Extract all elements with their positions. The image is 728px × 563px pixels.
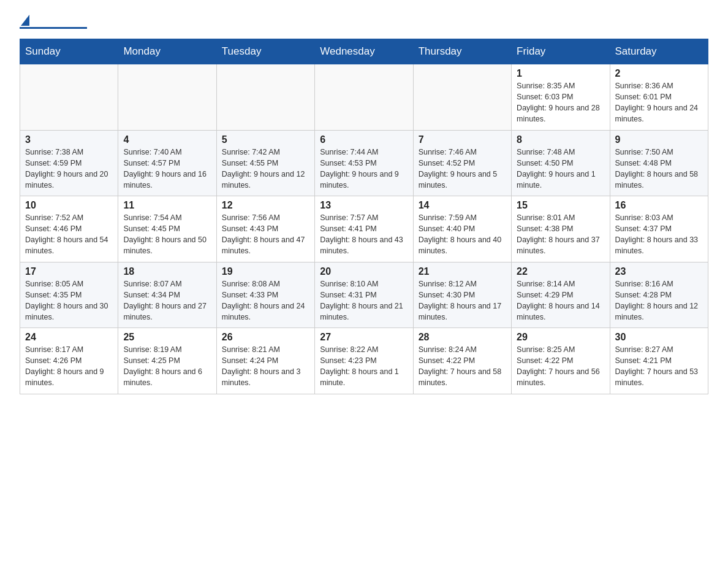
day-info: Sunrise: 8:16 AM Sunset: 4:28 PM Dayligh… [615, 278, 703, 323]
day-info: Sunrise: 7:57 AM Sunset: 4:41 PM Dayligh… [320, 212, 408, 257]
day-info: Sunrise: 7:48 AM Sunset: 4:50 PM Dayligh… [517, 147, 604, 191]
calendar-cell: 5Sunrise: 7:42 AM Sunset: 4:55 PM Daylig… [216, 130, 314, 196]
day-number: 4 [123, 134, 211, 145]
weekday-header-wednesday: Wednesday [315, 39, 413, 64]
calendar-cell [20, 64, 118, 131]
day-info: Sunrise: 7:46 AM Sunset: 4:52 PM Dayligh… [419, 147, 506, 191]
day-number: 30 [615, 332, 703, 343]
day-number: 20 [320, 266, 408, 277]
calendar-cell: 7Sunrise: 7:46 AM Sunset: 4:52 PM Daylig… [413, 130, 511, 196]
day-number: 1 [517, 68, 604, 79]
calendar-cell: 24Sunrise: 8:17 AM Sunset: 4:26 PM Dayli… [20, 328, 118, 394]
day-info: Sunrise: 8:14 AM Sunset: 4:29 PM Dayligh… [517, 278, 604, 323]
day-info: Sunrise: 8:35 AM Sunset: 6:03 PM Dayligh… [517, 80, 604, 125]
day-info: Sunrise: 7:44 AM Sunset: 4:53 PM Dayligh… [320, 147, 408, 191]
logo-underline [20, 27, 87, 29]
day-number: 26 [222, 332, 309, 343]
day-number: 29 [517, 332, 604, 343]
weekday-header-tuesday: Tuesday [216, 39, 314, 64]
day-info: Sunrise: 7:54 AM Sunset: 4:45 PM Dayligh… [123, 212, 211, 257]
day-number: 10 [25, 200, 113, 211]
calendar-cell: 23Sunrise: 8:16 AM Sunset: 4:28 PM Dayli… [610, 262, 708, 328]
calendar-week-row: 1Sunrise: 8:35 AM Sunset: 6:03 PM Daylig… [20, 64, 708, 131]
weekday-header-sunday: Sunday [20, 39, 118, 64]
day-number: 7 [419, 134, 506, 145]
day-number: 14 [419, 200, 506, 211]
calendar-cell: 22Sunrise: 8:14 AM Sunset: 4:29 PM Dayli… [512, 262, 610, 328]
calendar-cell: 19Sunrise: 8:08 AM Sunset: 4:33 PM Dayli… [216, 262, 314, 328]
day-info: Sunrise: 8:24 AM Sunset: 4:22 PM Dayligh… [419, 344, 506, 389]
calendar-cell: 6Sunrise: 7:44 AM Sunset: 4:53 PM Daylig… [315, 130, 413, 196]
day-number: 27 [320, 332, 408, 343]
calendar-cell [216, 64, 314, 131]
day-number: 8 [517, 134, 604, 145]
weekday-header-thursday: Thursday [413, 39, 511, 64]
day-number: 16 [615, 200, 703, 211]
logo [20, 15, 87, 29]
day-info: Sunrise: 7:38 AM Sunset: 4:59 PM Dayligh… [25, 147, 113, 191]
weekday-header-saturday: Saturday [610, 39, 708, 64]
day-number: 5 [222, 134, 309, 145]
day-info: Sunrise: 8:07 AM Sunset: 4:34 PM Dayligh… [123, 278, 211, 323]
calendar-cell [315, 64, 413, 131]
day-info: Sunrise: 8:22 AM Sunset: 4:23 PM Dayligh… [320, 344, 408, 389]
day-info: Sunrise: 8:12 AM Sunset: 4:30 PM Dayligh… [419, 278, 506, 323]
calendar-cell: 20Sunrise: 8:10 AM Sunset: 4:31 PM Dayli… [315, 262, 413, 328]
calendar-cell: 1Sunrise: 8:35 AM Sunset: 6:03 PM Daylig… [512, 64, 610, 131]
calendar-cell: 3Sunrise: 7:38 AM Sunset: 4:59 PM Daylig… [20, 130, 118, 196]
calendar-cell: 2Sunrise: 8:36 AM Sunset: 6:01 PM Daylig… [610, 64, 708, 131]
day-info: Sunrise: 7:40 AM Sunset: 4:57 PM Dayligh… [123, 147, 211, 191]
calendar-cell: 16Sunrise: 8:03 AM Sunset: 4:37 PM Dayli… [610, 196, 708, 262]
day-number: 28 [419, 332, 506, 343]
calendar-cell: 25Sunrise: 8:19 AM Sunset: 4:25 PM Dayli… [118, 328, 216, 394]
day-info: Sunrise: 7:42 AM Sunset: 4:55 PM Dayligh… [222, 147, 309, 191]
calendar-cell: 30Sunrise: 8:27 AM Sunset: 4:21 PM Dayli… [610, 328, 708, 394]
calendar-cell [413, 64, 511, 131]
calendar-cell: 21Sunrise: 8:12 AM Sunset: 4:30 PM Dayli… [413, 262, 511, 328]
weekday-header-monday: Monday [118, 39, 216, 64]
day-info: Sunrise: 8:03 AM Sunset: 4:37 PM Dayligh… [615, 212, 703, 257]
day-info: Sunrise: 8:19 AM Sunset: 4:25 PM Dayligh… [123, 344, 211, 389]
day-number: 6 [320, 134, 408, 145]
calendar-week-row: 24Sunrise: 8:17 AM Sunset: 4:26 PM Dayli… [20, 328, 708, 394]
calendar-cell: 4Sunrise: 7:40 AM Sunset: 4:57 PM Daylig… [118, 130, 216, 196]
page-header [20, 15, 708, 29]
day-number: 12 [222, 200, 309, 211]
day-number: 13 [320, 200, 408, 211]
day-number: 25 [123, 332, 211, 343]
calendar-cell: 27Sunrise: 8:22 AM Sunset: 4:23 PM Dayli… [315, 328, 413, 394]
day-info: Sunrise: 7:50 AM Sunset: 4:48 PM Dayligh… [615, 147, 703, 191]
weekday-header-friday: Friday [512, 39, 610, 64]
calendar-cell: 10Sunrise: 7:52 AM Sunset: 4:46 PM Dayli… [20, 196, 118, 262]
day-info: Sunrise: 7:59 AM Sunset: 4:40 PM Dayligh… [419, 212, 506, 257]
day-info: Sunrise: 8:17 AM Sunset: 4:26 PM Dayligh… [25, 344, 113, 389]
day-info: Sunrise: 8:08 AM Sunset: 4:33 PM Dayligh… [222, 278, 309, 323]
calendar-cell: 17Sunrise: 8:05 AM Sunset: 4:35 PM Dayli… [20, 262, 118, 328]
day-number: 2 [615, 68, 703, 79]
calendar-cell: 29Sunrise: 8:25 AM Sunset: 4:22 PM Dayli… [512, 328, 610, 394]
calendar-cell: 14Sunrise: 7:59 AM Sunset: 4:40 PM Dayli… [413, 196, 511, 262]
day-info: Sunrise: 7:52 AM Sunset: 4:46 PM Dayligh… [25, 212, 113, 257]
calendar-week-row: 10Sunrise: 7:52 AM Sunset: 4:46 PM Dayli… [20, 196, 708, 262]
day-number: 23 [615, 266, 703, 277]
day-number: 17 [25, 266, 113, 277]
calendar-cell: 9Sunrise: 7:50 AM Sunset: 4:48 PM Daylig… [610, 130, 708, 196]
day-number: 9 [615, 134, 703, 145]
day-number: 24 [25, 332, 113, 343]
day-info: Sunrise: 8:10 AM Sunset: 4:31 PM Dayligh… [320, 278, 408, 323]
day-number: 11 [123, 200, 211, 211]
day-info: Sunrise: 8:36 AM Sunset: 6:01 PM Dayligh… [615, 80, 703, 125]
calendar-table: SundayMondayTuesdayWednesdayThursdayFrid… [20, 39, 708, 394]
calendar-week-row: 3Sunrise: 7:38 AM Sunset: 4:59 PM Daylig… [20, 130, 708, 196]
day-info: Sunrise: 8:01 AM Sunset: 4:38 PM Dayligh… [517, 212, 604, 257]
calendar-cell: 13Sunrise: 7:57 AM Sunset: 4:41 PM Dayli… [315, 196, 413, 262]
calendar-cell: 8Sunrise: 7:48 AM Sunset: 4:50 PM Daylig… [512, 130, 610, 196]
weekday-header-row: SundayMondayTuesdayWednesdayThursdayFrid… [20, 39, 708, 64]
calendar-cell: 15Sunrise: 8:01 AM Sunset: 4:38 PM Dayli… [512, 196, 610, 262]
calendar-cell: 26Sunrise: 8:21 AM Sunset: 4:24 PM Dayli… [216, 328, 314, 394]
day-number: 19 [222, 266, 309, 277]
logo-triangle-icon [21, 15, 29, 26]
day-info: Sunrise: 8:05 AM Sunset: 4:35 PM Dayligh… [25, 278, 113, 323]
day-number: 15 [517, 200, 604, 211]
day-info: Sunrise: 8:27 AM Sunset: 4:21 PM Dayligh… [615, 344, 703, 389]
